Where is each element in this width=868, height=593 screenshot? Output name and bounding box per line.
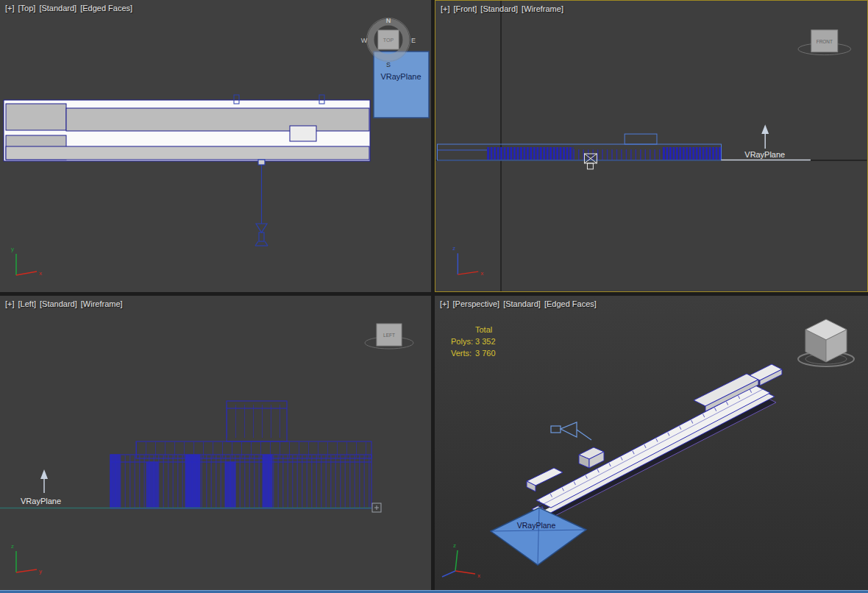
compass-center-label: TOP bbox=[383, 38, 394, 43]
window-bottom-edge bbox=[0, 590, 868, 593]
general-menu-button[interactable]: [+] bbox=[5, 4, 15, 13]
building-front-wireframe[interactable] bbox=[437, 134, 721, 160]
view-gizmo-front-icon[interactable]: FRONT bbox=[798, 30, 851, 55]
vrayplane-quad[interactable] bbox=[374, 52, 429, 118]
viewport-menu-perspective: [+] [Perspective] [Standard] [Edged Face… bbox=[440, 299, 597, 308]
general-menu-button[interactable]: [+] bbox=[5, 299, 15, 308]
vrayplane-gizmo[interactable]: VRayPlane bbox=[722, 124, 811, 160]
axis-x-label: x bbox=[39, 270, 42, 277]
view-gizmo-left-icon[interactable]: LEFT bbox=[365, 324, 413, 349]
axis-tripod-icon: x z bbox=[442, 542, 480, 579]
pov-menu-button[interactable]: [Perspective] bbox=[453, 299, 500, 308]
camera-object-selected[interactable] bbox=[584, 154, 597, 169]
vrayplane-label: VRayPlane bbox=[517, 521, 556, 530]
pov-menu-button[interactable]: [Front] bbox=[454, 4, 477, 13]
shading-menu-button[interactable]: [Wireframe] bbox=[522, 4, 563, 13]
renderer-menu-button[interactable]: [Standard] bbox=[480, 4, 518, 13]
front-view-canvas: FRONT VRayPl bbox=[435, 1, 867, 291]
axis-tripod-icon: x y bbox=[11, 246, 42, 277]
stats-verts-row: Verts: 3 760 bbox=[451, 347, 496, 359]
stats-polys-row: Polys: 3 352 bbox=[451, 335, 496, 347]
general-menu-button[interactable]: [+] bbox=[440, 299, 449, 308]
viewport-menu-top: [+] [Top] [Standard] [Edged Faces] bbox=[5, 4, 132, 13]
vrayplane-label: VRayPlane bbox=[21, 497, 61, 505]
gizmo-face-label[interactable]: LEFT bbox=[383, 333, 395, 338]
stats-polys-label: Polys: bbox=[451, 335, 475, 347]
axis-x-label: x bbox=[480, 270, 483, 277]
shading-menu-button[interactable]: [Edged Faces] bbox=[80, 4, 132, 13]
renderer-menu-button[interactable]: [Standard] bbox=[39, 4, 77, 13]
axis-z-label: z bbox=[11, 543, 14, 550]
max-viewport-area: [+] [Top] [Standard] [Edged Faces] VRayP… bbox=[0, 0, 868, 593]
stats-total-row: Total bbox=[451, 324, 496, 335]
camera-object[interactable] bbox=[255, 160, 268, 246]
horizontal-splitter[interactable] bbox=[0, 292, 868, 296]
axis-y-label: y bbox=[39, 568, 42, 575]
renderer-menu-button[interactable]: [Standard] bbox=[40, 299, 77, 308]
shading-menu-button[interactable]: [Edged Faces] bbox=[544, 299, 597, 308]
vrayplane-label: VRayPlane bbox=[744, 150, 785, 159]
compass-north-label[interactable]: N bbox=[386, 17, 391, 24]
top-view-canvas: VRayPlane TOP N W E S bbox=[0, 0, 431, 292]
helper-box-icon[interactable] bbox=[372, 503, 381, 512]
general-menu-button[interactable]: [+] bbox=[441, 4, 450, 13]
axis-z-label: z bbox=[453, 542, 456, 549]
axis-x-label: x bbox=[477, 572, 480, 579]
renderer-menu-button[interactable]: [Standard] bbox=[503, 299, 541, 308]
vrayplane-gizmo[interactable]: VRayPlane bbox=[21, 469, 61, 505]
vrayplane-object[interactable]: VRayPlane bbox=[374, 52, 429, 118]
axis-y-label: y bbox=[11, 246, 14, 252]
compass-east-label[interactable]: E bbox=[411, 37, 416, 44]
gizmo-face-label[interactable]: FRONT bbox=[817, 39, 833, 44]
viewport-left[interactable]: [+] [Left] [Standard] [Wireframe] LEFT bbox=[0, 296, 431, 590]
pov-menu-button[interactable]: [Top] bbox=[18, 4, 36, 13]
building-3d-model[interactable] bbox=[527, 364, 782, 522]
normal-arrowhead bbox=[40, 469, 48, 479]
stats-verts-value: 3 760 bbox=[475, 347, 496, 359]
building-plan[interactable] bbox=[4, 95, 370, 161]
building-left-wireframe[interactable] bbox=[110, 401, 371, 508]
poly-statistics: Total Polys: 3 352 Verts: 3 760 bbox=[451, 324, 496, 359]
vrayplane-object[interactable]: VRayPlane bbox=[491, 508, 586, 565]
axis-tripod-icon: x z bbox=[452, 245, 483, 277]
compass-south-label[interactable]: S bbox=[386, 61, 391, 68]
stats-verts-label: Verts: bbox=[451, 347, 475, 359]
compass-west-label[interactable]: W bbox=[361, 37, 368, 44]
stats-total-label: Total bbox=[475, 324, 492, 335]
pov-menu-button[interactable]: [Left] bbox=[18, 299, 36, 308]
normal-arrowhead bbox=[761, 124, 769, 134]
viewport-perspective[interactable]: [+] [Perspective] [Standard] [Edged Face… bbox=[435, 296, 868, 590]
stats-polys-value: 3 352 bbox=[475, 335, 496, 347]
left-view-canvas: LEFT bbox=[0, 296, 431, 590]
perspective-view-canvas: VRayPlane x z bbox=[435, 296, 868, 590]
vrayplane-label: VRayPlane bbox=[380, 72, 421, 81]
axis-tripod-icon: y z bbox=[11, 543, 42, 575]
camera-object-3d[interactable] bbox=[551, 422, 591, 440]
axis-z-label: z bbox=[452, 245, 455, 252]
viewport-menu-front: [+] [Front] [Standard] [Wireframe] bbox=[441, 4, 563, 13]
viewcube-icon[interactable] bbox=[798, 319, 854, 366]
shading-menu-button[interactable]: [Wireframe] bbox=[81, 299, 123, 308]
viewport-top[interactable]: [+] [Top] [Standard] [Edged Faces] VRayP… bbox=[0, 0, 431, 292]
viewport-menu-left: [+] [Left] [Standard] [Wireframe] bbox=[5, 299, 123, 308]
viewport-front-active[interactable]: [+] [Front] [Standard] [Wireframe] FRONT bbox=[435, 0, 868, 292]
